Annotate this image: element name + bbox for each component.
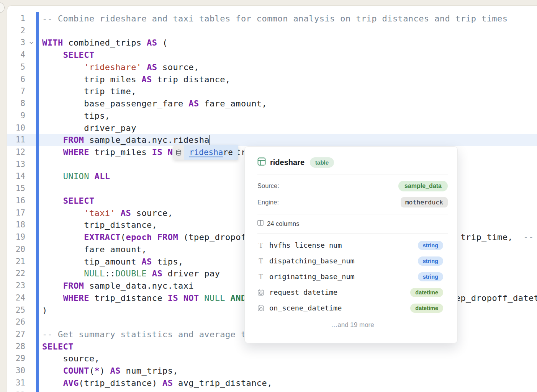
code-text: tip_amount AS tips, [42,256,183,268]
line-number[interactable]: 2 [7,25,25,37]
code-text: NULL::DOUBLE AS driver_pay [42,268,220,280]
code-line-6[interactable]: 6 trip_miles AS trip_distance, [7,74,537,86]
line-number[interactable]: 24 [7,292,25,304]
autocomplete-item-rideshare[interactable]: rideshare [184,145,238,160]
source-value-badge: sample_data [398,181,448,191]
code-text: trip_miles AS trip_distance, [42,74,231,86]
code-line-1[interactable]: 1-- Combine rideshare and taxi tables fo… [7,13,537,25]
source-row: Source: sample_data [257,180,448,192]
line-number[interactable]: 21 [7,256,25,268]
line-number[interactable]: 30 [7,365,25,377]
code-text: FROM sample_data.nyc.ridesha [42,134,210,146]
line-number[interactable]: 31 [7,377,25,389]
line-number[interactable]: 19 [7,231,25,243]
line-number[interactable]: 26 [7,316,25,328]
line-number[interactable]: 20 [7,243,25,256]
column-name: originating_base_num [269,273,355,281]
popup-header: rideshare table [257,157,448,168]
code-line-32[interactable]: 32 AVG(trip_time) AS avg_trip_time, [7,389,537,392]
code-text: 'taxi' AS source, [42,207,173,219]
line-number[interactable]: 5 [7,61,25,74]
line-number[interactable]: 1 [7,13,25,25]
column-row: Thvfhs_license_numstring [257,237,448,253]
text-type-icon: T [257,242,264,249]
line-number[interactable]: 23 [7,280,25,292]
code-text: SELECT [42,341,74,353]
line-number[interactable]: 15 [7,183,25,195]
code-line-7[interactable]: 7 trip_time, [7,85,537,98]
line-number[interactable]: 8 [7,98,25,110]
column-name: on_scene_datetime [269,304,342,312]
engine-value-badge: motherduck [401,197,448,207]
divider [257,175,448,175]
column-name: dispatching_base_num [269,257,355,265]
table-icon [257,157,266,167]
autocomplete-dropdown[interactable]: rideshare [173,145,238,160]
code-text: AVG(trip_time) AS avg_trip_time, [42,389,231,392]
code-line-30[interactable]: 30 COUNT(*) AS num_trips, [7,365,537,377]
code-text: base_passenger_fare AS fare_amount, [42,98,267,110]
code-line-5[interactable]: 5 'rideshare' AS source, [7,61,537,74]
column-row: on_scene_datetimedatetime [257,300,448,316]
code-text: SELECT [42,195,95,207]
fold-chevron-icon[interactable] [28,37,35,49]
line-number[interactable]: 13 [7,158,25,171]
code-line-31[interactable]: 31 AVG(trip_distance) AS avg_trip_distan… [7,377,537,389]
column-type-badge: string [418,256,443,266]
table-info-popup: rideshare table Source: sample_data Engi… [244,146,458,343]
line-number[interactable]: 28 [7,341,25,353]
text-type-icon: T [257,273,264,280]
line-number[interactable]: 3 [7,37,25,49]
line-number[interactable]: 7 [7,85,25,98]
columns-list: Thvfhs_license_numstringTdispatching_bas… [257,234,448,316]
code-text: driver_pay [42,122,136,134]
datetime-type-icon [257,289,264,296]
sql-editor-screen: 1-- Combine rideshare and taxi tables fo… [0,0,537,392]
code-line-11[interactable]: 11 FROM sample_data.nyc.ridesha [7,134,537,146]
line-number[interactable]: 4 [7,49,25,61]
source-label: Source: [257,182,279,189]
code-text: ) [42,304,47,317]
code-line-4[interactable]: 4 SELECT [7,49,537,61]
code-line-8[interactable]: 8 base_passenger_fare AS fare_amount, [7,98,537,110]
column-type-badge: string [418,272,443,281]
line-number[interactable]: 10 [7,122,25,134]
line-number[interactable]: 16 [7,195,25,207]
code-text: -- Combine rideshare and taxi tables for… [42,13,508,25]
line-number[interactable]: 27 [7,328,25,341]
line-number[interactable]: 32 [7,389,25,392]
code-line-9[interactable]: 9 tips, [7,110,537,122]
text-type-icon: T [257,258,264,265]
column-row: Tdispatching_base_numstring [257,253,448,269]
column-row: Toriginating_base_numstring [257,269,448,284]
line-number[interactable]: 9 [7,110,25,122]
line-number[interactable]: 6 [7,74,25,86]
engine-label: Engine: [257,199,279,206]
line-number[interactable]: 12 [7,146,25,158]
code-text: 'rideshare' AS source, [42,61,199,74]
line-number[interactable]: 17 [7,207,25,219]
column-name: hvfhs_license_num [269,241,342,249]
code-text: fare_amount, [42,243,147,256]
line-number[interactable]: 18 [7,219,25,231]
code-text: AVG(trip_distance) AS avg_trip_distance, [42,377,272,389]
code-line-3[interactable]: 3WITH combined_trips AS ( [7,37,537,49]
columns-count-row: 24 columns [257,219,448,228]
line-number[interactable]: 22 [7,268,25,280]
autocomplete-rest-text: re [223,148,233,157]
divider [257,214,448,214]
column-type-badge: datetime [410,304,443,313]
code-line-29[interactable]: 29 source, [7,353,537,365]
code-text: source, [42,353,100,365]
column-type-badge: string [418,241,443,250]
code-text: tips, [42,110,110,122]
code-line-2[interactable]: 2 [7,25,537,37]
line-number[interactable]: 25 [7,304,25,317]
code-line-10[interactable]: 10 driver_pay [7,122,537,134]
collapsed-side-button[interactable] [0,2,5,13]
code-text: WITH combined_trips AS ( [42,37,168,49]
line-number[interactable]: 14 [7,170,25,183]
table-type-badge: table [310,157,334,168]
line-number[interactable]: 11 [7,134,25,146]
line-number[interactable]: 29 [7,353,25,365]
